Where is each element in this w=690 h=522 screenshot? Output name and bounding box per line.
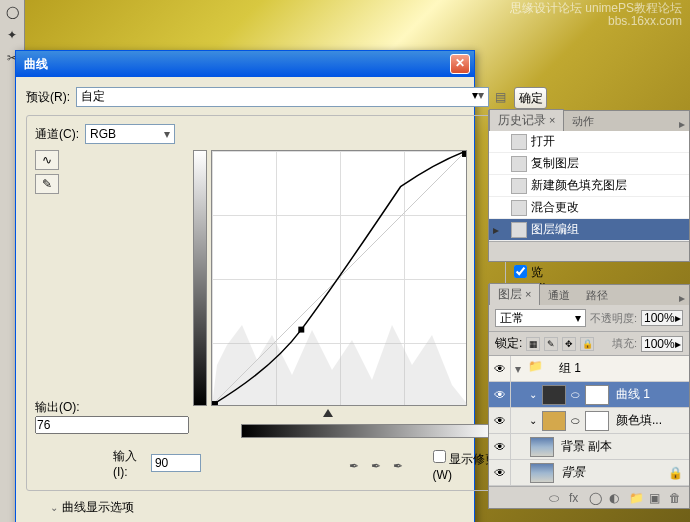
- layer-row[interactable]: 👁 背景 🔒: [489, 460, 689, 486]
- dialog-title: 曲线: [20, 56, 450, 73]
- layer-row[interactable]: 👁 背景 副本: [489, 434, 689, 460]
- new-adjustment-icon[interactable]: ◐: [609, 491, 623, 505]
- panel-menu-icon[interactable]: ▸: [675, 117, 689, 131]
- curve-point-tool[interactable]: ∿: [35, 150, 59, 170]
- dialog-titlebar[interactable]: 曲线 ✕: [16, 51, 474, 77]
- tab-paths[interactable]: 路径: [578, 286, 616, 305]
- preset-select[interactable]: 自定▾: [76, 87, 489, 107]
- layer-thumb: [530, 437, 554, 457]
- layers-footer: ⬭ fx ◯ ◐ 📁 ▣ 🗑: [489, 486, 689, 508]
- fill-label: 填充:: [612, 336, 637, 351]
- chevron-down-icon[interactable]: ⌄: [50, 502, 58, 513]
- history-list: 打开 复制图层 新建颜色填充图层 混合更改 ▸图层编组: [489, 131, 689, 241]
- output-label: 输出(O):: [35, 400, 80, 414]
- eyedropper-white-icon[interactable]: ✒: [391, 457, 405, 475]
- curve-pencil-tool[interactable]: ✎: [35, 174, 59, 194]
- eyedropper-black-icon[interactable]: ✒: [347, 457, 361, 475]
- input-gradient: [241, 424, 497, 438]
- input-field[interactable]: [151, 454, 201, 472]
- close-button[interactable]: ✕: [450, 54, 470, 74]
- curve-grid[interactable]: [211, 150, 467, 406]
- history-panel: 历史记录 × 动作 ▸ 打开 复制图层 新建颜色填充图层 混合更改 ▸图层编组: [488, 110, 690, 262]
- channel-label: 通道(C):: [35, 126, 79, 143]
- folder-icon: 📁: [528, 359, 552, 379]
- history-item[interactable]: 打开: [489, 131, 689, 153]
- blend-mode-select[interactable]: 正常▾: [495, 309, 586, 327]
- layer-mask: [585, 411, 609, 431]
- tool-lasso[interactable]: ◯: [1, 1, 23, 23]
- add-mask-icon[interactable]: ◯: [589, 491, 603, 505]
- visibility-toggle[interactable]: 👁: [489, 382, 511, 407]
- history-footer: [489, 241, 689, 261]
- svg-rect-2: [212, 401, 218, 405]
- preview-checkbox[interactable]: [514, 265, 527, 278]
- lock-transparency-icon[interactable]: ▦: [526, 337, 540, 351]
- preset-menu-icon[interactable]: ▤: [495, 90, 506, 104]
- fill-field[interactable]: 100%▸: [641, 336, 683, 352]
- new-layer-icon[interactable]: ▣: [649, 491, 663, 505]
- lock-all-icon[interactable]: 🔒: [580, 337, 594, 351]
- ok-button[interactable]: 确定: [514, 87, 547, 109]
- link-icon: ⌄: [527, 389, 539, 400]
- history-item[interactable]: 混合更改: [489, 197, 689, 219]
- output-field[interactable]: [35, 416, 189, 434]
- lock-icon: 🔒: [668, 466, 689, 480]
- svg-rect-1: [298, 327, 304, 333]
- watermark: 思缘设计论坛 unimePS教程论坛 bbs.16xx.com: [510, 2, 682, 28]
- input-slider-handle[interactable]: [323, 409, 333, 417]
- layer-row[interactable]: 👁 ⌄ ⬭ 曲线 1: [489, 382, 689, 408]
- input-label: 输入(I):: [113, 448, 145, 479]
- opacity-label: 不透明度:: [590, 311, 637, 326]
- layer-row[interactable]: 👁 ⌄ ⬭ 颜色填...: [489, 408, 689, 434]
- panel-menu-icon[interactable]: ▸: [675, 291, 689, 305]
- curve-path: [212, 151, 466, 405]
- curves-dialog: 曲线 ✕ 预设(R): 自定▾ ▤ 通道(C): RGB▾: [15, 50, 475, 522]
- visibility-toggle[interactable]: 👁: [489, 408, 511, 433]
- svg-marker-4: [323, 409, 333, 417]
- lock-position-icon[interactable]: ✥: [562, 337, 576, 351]
- lock-pixels-icon[interactable]: ✎: [544, 337, 558, 351]
- output-gradient: [193, 150, 207, 406]
- preset-label: 预设(R):: [26, 89, 70, 106]
- show-clipping-checkbox[interactable]: [433, 450, 446, 463]
- visibility-toggle[interactable]: 👁: [489, 356, 511, 381]
- layer-mask: [585, 385, 609, 405]
- svg-rect-3: [462, 151, 466, 157]
- history-item[interactable]: 复制图层: [489, 153, 689, 175]
- delete-layer-icon[interactable]: 🗑: [669, 491, 683, 505]
- channel-select[interactable]: RGB▾: [85, 124, 175, 144]
- show-options-label[interactable]: 曲线显示选项: [62, 499, 134, 516]
- eyedropper-gray-icon[interactable]: ✒: [369, 457, 383, 475]
- lock-label: 锁定:: [495, 335, 522, 352]
- layer-thumb: [542, 411, 566, 431]
- opacity-field[interactable]: 100%▸: [641, 310, 683, 326]
- layer-row[interactable]: 👁 ▾ 📁 组 1: [489, 356, 689, 382]
- history-item[interactable]: 新建颜色填充图层: [489, 175, 689, 197]
- tab-layers[interactable]: 图层 ×: [489, 283, 540, 305]
- visibility-toggle[interactable]: 👁: [489, 434, 511, 459]
- link-layers-icon[interactable]: ⬭: [549, 491, 563, 505]
- layer-thumb: [542, 385, 566, 405]
- visibility-toggle[interactable]: 👁: [489, 460, 511, 485]
- tool-wand[interactable]: ✦: [1, 24, 23, 46]
- link-icon: ⌄: [527, 415, 539, 426]
- tab-channels[interactable]: 通道: [540, 286, 578, 305]
- layer-thumb: [530, 463, 554, 483]
- layers-panel: 图层 × 通道 路径 ▸ 正常▾ 不透明度: 100%▸ 锁定: ▦ ✎ ✥ 🔒…: [488, 284, 690, 509]
- history-item[interactable]: ▸图层编组: [489, 219, 689, 241]
- tab-history[interactable]: 历史记录 ×: [489, 109, 564, 131]
- layer-list: 👁 ▾ 📁 组 1 👁 ⌄ ⬭ 曲线 1 👁 ⌄ ⬭ 颜色填... 👁: [489, 356, 689, 486]
- layer-fx-icon[interactable]: fx: [569, 491, 583, 505]
- new-group-icon[interactable]: 📁: [629, 491, 643, 505]
- tab-actions[interactable]: 动作: [564, 112, 602, 131]
